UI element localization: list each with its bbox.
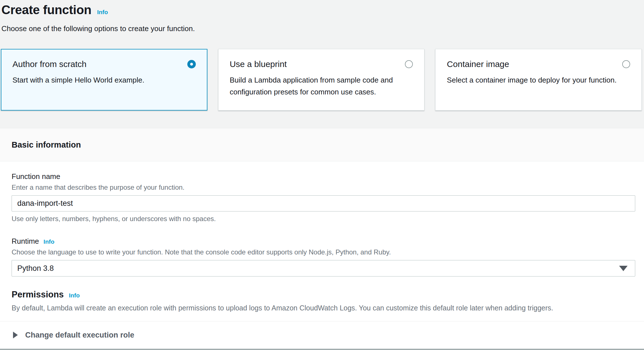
change-default-execution-role-label: Change default execution role [25,331,134,340]
runtime-label: Runtime [12,237,39,246]
function-name-constraint: Use only letters, numbers, hyphens, or u… [12,215,635,223]
runtime-field: Runtime Info Choose the language to use … [12,237,635,276]
card-top: Author from scratch [12,59,196,69]
function-name-field: Function name Enter a name that describe… [12,172,635,223]
permissions-heading: Permissions [12,289,64,300]
card-author-from-scratch[interactable]: Author from scratch Start with a simple … [1,49,207,111]
permissions-description: By default, Lambda will create an execut… [12,304,635,312]
function-name-input[interactable] [12,195,635,211]
runtime-selected-value: Python 3.8 [17,264,54,273]
function-name-description: Enter a name that describes the purpose … [12,183,635,191]
card-title: Use a blueprint [230,59,287,69]
permissions-section: Permissions Info By default, Lambda will… [12,289,635,312]
runtime-description: Choose the language to use to write your… [12,248,635,256]
page-header: Create function Info Choose one of the f… [0,0,644,33]
runtime-info-link[interactable]: Info [44,238,54,245]
runtime-select[interactable]: Python 3.8 [12,260,635,276]
radio-unselected-icon[interactable] [622,60,630,68]
title-row: Create function Info [1,3,633,17]
chevron-down-icon [619,266,628,271]
page-title: Create function [1,3,91,17]
radio-selected-icon[interactable] [187,60,196,68]
permissions-info-link[interactable]: Info [69,292,80,299]
basic-information-title: Basic information [12,140,81,150]
basic-information-body: Function name Enter a name that describe… [0,161,644,349]
change-default-execution-role-toggle[interactable]: Change default execution role [12,321,635,349]
card-use-a-blueprint[interactable]: Use a blueprint Build a Lambda applicati… [218,49,425,111]
bottom-rule [0,349,644,350]
card-description: Select a container image to deploy for y… [447,74,630,86]
creation-option-cards: Author from scratch Start with a simple … [1,49,642,111]
function-name-label: Function name [12,172,60,181]
page-title-info-link[interactable]: Info [97,9,108,16]
card-title: Author from scratch [12,59,87,69]
basic-information-panel: Basic information Function name Enter a … [0,128,644,350]
card-top: Container image [447,59,630,69]
card-description: Build a Lambda application from sample c… [230,74,413,98]
radio-unselected-icon[interactable] [405,60,413,68]
card-title: Container image [447,59,509,69]
chevron-right-icon [13,332,18,338]
card-top: Use a blueprint [230,59,413,69]
card-container-image[interactable]: Container image Select a container image… [435,49,642,111]
basic-information-header: Basic information [0,128,644,161]
card-description: Start with a simple Hello World example. [12,74,196,86]
page-subtitle: Choose one of the following options to c… [1,24,633,33]
